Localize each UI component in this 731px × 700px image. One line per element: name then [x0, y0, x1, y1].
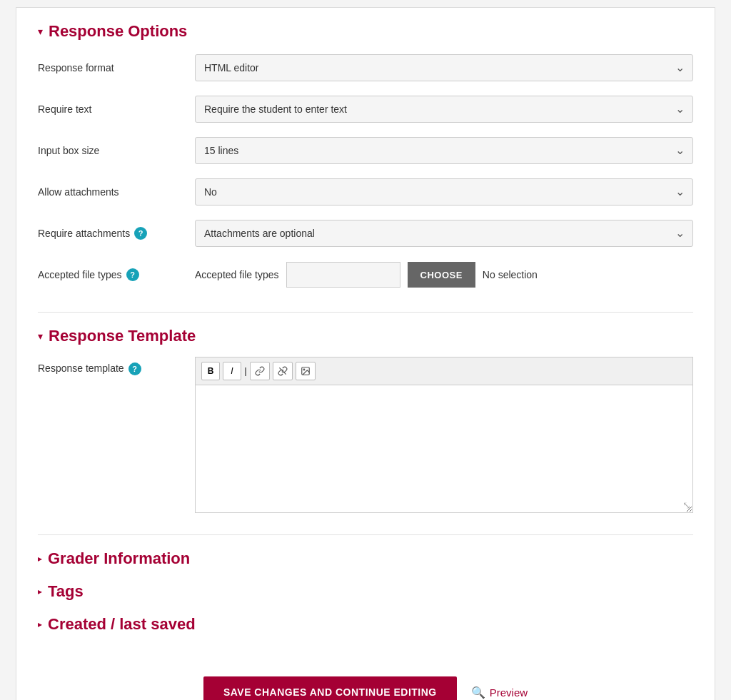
toolbar-italic-btn[interactable]: I — [223, 362, 241, 380]
toolbar-link-btn[interactable] — [250, 362, 270, 380]
file-types-inline-label: Accepted file types — [195, 269, 279, 280]
accepted-file-types-label: Accepted file types ? — [38, 268, 195, 281]
require-text-row: Require text Require the student to ente… — [38, 93, 693, 125]
grader-information-title[interactable]: Grader Information — [48, 549, 190, 568]
response-format-row: Response format HTML editor — [38, 52, 693, 83]
require-attachments-control: Attachments are optional — [195, 220, 693, 247]
response-template-collapse-arrow[interactable]: ▾ — [38, 330, 43, 342]
toolbar-bold-btn[interactable]: B — [201, 362, 220, 380]
require-attachments-label: Require attachments ? — [38, 227, 195, 240]
file-types-inline-row: Accepted file types CHOOSE No selection — [195, 262, 693, 288]
choose-button[interactable]: CHOOSE — [408, 262, 475, 288]
no-selection-text: No selection — [483, 269, 538, 280]
require-text-select[interactable]: Require the student to enter text — [195, 96, 693, 123]
preview-search-icon: 🔍 — [471, 686, 485, 699]
accepted-file-types-control: Accepted file types CHOOSE No selection — [195, 262, 693, 288]
input-box-size-select[interactable]: 15 lines — [195, 137, 693, 164]
editor-toolbar: B I | — [195, 357, 693, 385]
response-options-header: ▾ Response Options — [38, 22, 693, 41]
section-divider-1 — [38, 312, 693, 313]
file-types-input[interactable] — [286, 262, 400, 288]
toolbar-separator: | — [244, 362, 247, 380]
allow-attachments-label: Allow attachments — [38, 186, 195, 198]
response-format-select[interactable]: HTML editor — [195, 54, 693, 81]
page-container: ▾ Response Options Response format HTML … — [16, 7, 715, 700]
allow-attachments-control: No — [195, 178, 693, 206]
preview-label: Preview — [490, 686, 528, 699]
response-template-editor[interactable]: ⤡ — [195, 385, 693, 513]
allow-attachments-select[interactable]: No — [195, 178, 693, 206]
grader-information-section: ▸ Grader Information — [38, 549, 693, 568]
preview-link[interactable]: 🔍 Preview — [471, 686, 528, 699]
grader-information-collapse-arrow[interactable]: ▸ — [38, 554, 42, 564]
response-options-section: ▾ Response Options Response format HTML … — [38, 22, 693, 290]
created-last-saved-section: ▸ Created / last saved — [38, 615, 693, 634]
response-template-label: Response template ? — [38, 357, 195, 375]
response-format-control: HTML editor — [195, 54, 693, 81]
require-attachments-row: Require attachments ? Attachments are op… — [38, 218, 693, 249]
response-options-title: Response Options — [49, 22, 187, 41]
input-box-size-label: Input box size — [38, 145, 195, 156]
response-template-row: Response template ? Any text entered her… — [38, 357, 693, 513]
response-format-select-wrapper: HTML editor — [195, 54, 693, 81]
toolbar-image-btn[interactable] — [296, 362, 316, 380]
response-template-header: ▾ Response Template — [38, 327, 693, 345]
response-template-help-icon[interactable]: ? — [128, 362, 141, 375]
require-text-label: Require text — [38, 103, 195, 115]
created-last-saved-collapse-arrow[interactable]: ▸ — [38, 619, 42, 629]
response-template-section: ▾ Response Template Response template ? … — [38, 327, 693, 513]
require-attachments-select[interactable]: Attachments are optional — [195, 220, 693, 247]
resize-handle: ⤡ — [682, 499, 691, 511]
input-box-size-row: Input box size 15 lines — [38, 135, 693, 166]
require-attachments-select-wrapper: Attachments are optional — [195, 220, 693, 247]
section-divider-2 — [38, 534, 693, 535]
tags-title[interactable]: Tags — [48, 582, 84, 601]
accepted-file-types-help-icon[interactable]: ? — [126, 268, 139, 281]
allow-attachments-row: Allow attachments No — [38, 176, 693, 208]
toolbar-unlink-btn[interactable] — [273, 362, 293, 380]
created-last-saved-title[interactable]: Created / last saved — [48, 615, 196, 634]
svg-line-0 — [279, 367, 286, 374]
require-text-select-wrapper: Require the student to enter text — [195, 96, 693, 123]
response-options-collapse-arrow[interactable]: ▾ — [38, 26, 43, 37]
response-format-label: Response format — [38, 62, 195, 73]
tags-collapse-arrow[interactable]: ▸ — [38, 587, 42, 597]
accepted-file-types-row: Accepted file types ? Accepted file type… — [38, 259, 693, 290]
footer-bar: SAVE CHANGES AND CONTINUE EDITING 🔍 Prev… — [38, 662, 693, 700]
svg-point-2 — [303, 369, 305, 370]
tags-section: ▸ Tags — [38, 582, 693, 601]
allow-attachments-select-wrapper: No — [195, 178, 693, 206]
require-text-control: Require the student to enter text — [195, 96, 693, 123]
template-editor-wrap: Any text entered here will be displayed … — [195, 357, 693, 513]
require-attachments-help-icon[interactable]: ? — [134, 227, 147, 240]
input-box-size-control: 15 lines — [195, 137, 693, 164]
save-changes-button[interactable]: SAVE CHANGES AND CONTINUE EDITING — [203, 676, 457, 700]
input-box-size-select-wrapper: 15 lines — [195, 137, 693, 164]
response-template-title: Response Template — [49, 327, 196, 345]
